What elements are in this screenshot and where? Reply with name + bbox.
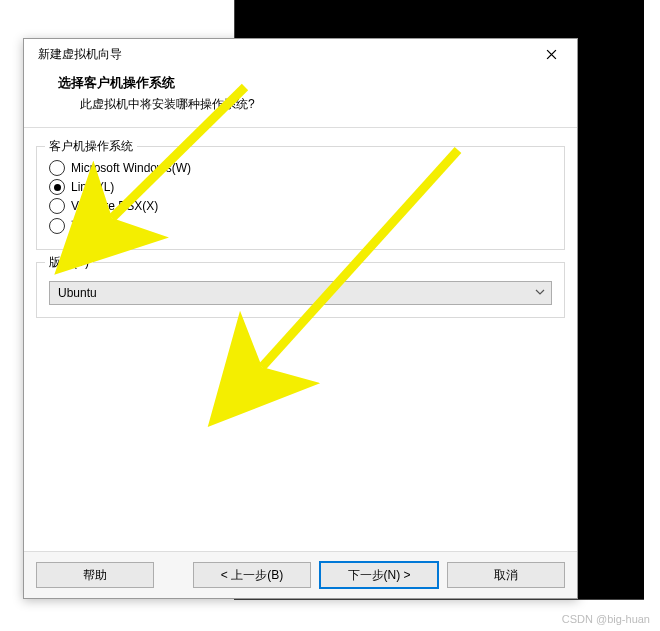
wizard-body: 客户机操作系统 Microsoft Windows(W) Linux(L) VM… xyxy=(24,127,577,552)
os-option-vmware-esx[interactable]: VMware ESX(X) xyxy=(49,198,552,214)
help-button[interactable]: 帮助 xyxy=(36,562,154,588)
version-group-title: 版本(V) xyxy=(45,254,93,271)
wizard-footer: 帮助 < 上一步(B) 下一步(N) > 取消 xyxy=(24,552,577,598)
button-label: < 上一步(B) xyxy=(221,567,283,584)
next-button[interactable]: 下一步(N) > xyxy=(319,561,439,589)
guest-os-group: 客户机操作系统 Microsoft Windows(W) Linux(L) VM… xyxy=(36,146,565,250)
wizard-header: 选择客户机操作系统 此虚拟机中将安装哪种操作系统? xyxy=(24,69,577,127)
titlebar: 新建虚拟机向导 xyxy=(24,39,577,69)
button-label: 下一步(N) > xyxy=(348,567,411,584)
button-label: 帮助 xyxy=(83,567,107,584)
dialog-title: 新建虚拟机向导 xyxy=(38,46,531,63)
os-option-windows[interactable]: Microsoft Windows(W) xyxy=(49,160,552,176)
back-button[interactable]: < 上一步(B) xyxy=(193,562,311,588)
version-select-value: Ubuntu xyxy=(58,286,97,300)
new-vm-wizard-dialog: 新建虚拟机向导 选择客户机操作系统 此虚拟机中将安装哪种操作系统? 客户机操作系… xyxy=(23,38,578,599)
version-select[interactable]: Ubuntu xyxy=(49,281,552,305)
radio-icon xyxy=(49,179,65,195)
radio-label: Linux(L) xyxy=(71,180,114,194)
radio-label: 其他(O) xyxy=(71,217,112,234)
version-group: 版本(V) Ubuntu xyxy=(36,262,565,318)
radio-icon xyxy=(49,160,65,176)
radio-icon xyxy=(49,198,65,214)
os-option-linux[interactable]: Linux(L) xyxy=(49,179,552,195)
chevron-down-icon xyxy=(535,286,545,300)
wizard-subtext: 此虚拟机中将安装哪种操作系统? xyxy=(80,96,549,113)
button-label: 取消 xyxy=(494,567,518,584)
radio-icon xyxy=(49,218,65,234)
wizard-heading: 选择客户机操作系统 xyxy=(58,75,549,92)
cancel-button[interactable]: 取消 xyxy=(447,562,565,588)
close-icon xyxy=(546,49,557,60)
close-button[interactable] xyxy=(531,40,571,68)
watermark: CSDN @big-huan xyxy=(562,613,650,625)
radio-label: VMware ESX(X) xyxy=(71,199,158,213)
radio-label: Microsoft Windows(W) xyxy=(71,161,191,175)
os-option-other[interactable]: 其他(O) xyxy=(49,217,552,234)
guest-os-group-title: 客户机操作系统 xyxy=(45,138,137,155)
